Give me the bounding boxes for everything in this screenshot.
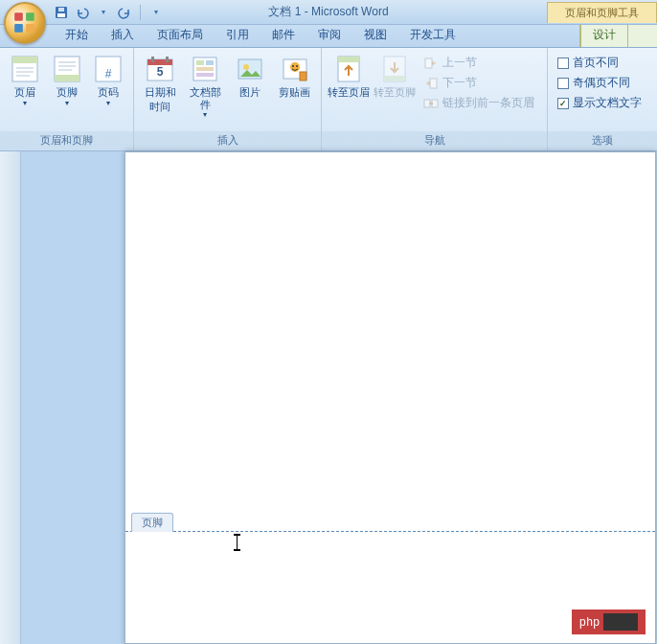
clipart-icon xyxy=(280,54,310,84)
qat-dropdown-icon[interactable]: ▾ xyxy=(96,5,111,20)
svg-rect-40 xyxy=(425,58,432,68)
contextual-tab-area: 页眉和页脚工具 xyxy=(547,0,657,25)
goto-header-icon xyxy=(333,54,364,84)
next-section-button: 下一节 xyxy=(421,74,536,92)
header-button[interactable]: 页眉 ▾ xyxy=(6,52,44,107)
clipart-button[interactable]: 剪贴画 xyxy=(274,52,315,99)
svg-rect-28 xyxy=(196,73,214,77)
svg-rect-5 xyxy=(57,13,65,17)
svg-rect-22 xyxy=(151,57,154,62)
checkbox-icon xyxy=(557,58,569,69)
svg-point-30 xyxy=(243,64,249,70)
watermark-suffix xyxy=(603,613,638,631)
tab-design[interactable]: 设计 xyxy=(580,22,628,47)
redo-icon[interactable] xyxy=(117,5,132,20)
svg-rect-37 xyxy=(338,57,359,62)
header-icon xyxy=(10,54,40,84)
tab-home[interactable]: 开始 xyxy=(54,23,100,47)
group-header-footer: 页眉 ▾ 页脚 ▾ # 页码 ▾ 页眉和页脚 xyxy=(0,48,134,150)
svg-rect-41 xyxy=(430,79,437,88)
page-number-button[interactable]: # 页码 ▾ xyxy=(89,52,127,107)
tab-review[interactable]: 审阅 xyxy=(306,23,352,47)
picture-button[interactable]: 图片 xyxy=(230,52,271,99)
quick-parts-label: 文档部件 xyxy=(185,86,226,110)
goto-footer-icon xyxy=(379,54,410,84)
footer-button[interactable]: 页脚 ▾ xyxy=(48,52,86,107)
svg-rect-27 xyxy=(196,67,214,71)
undo-icon[interactable] xyxy=(75,5,90,20)
ribbon: 页眉 ▾ 页脚 ▾ # 页码 ▾ 页眉和页脚 5 日期和 时间 xyxy=(0,48,657,151)
group-navigation: 转至页眉 转至页脚 上一节 下一节 链接到前一条页眉 xyxy=(322,48,548,150)
different-first-page-checkbox[interactable]: 首页不同 xyxy=(555,54,644,72)
svg-text:5: 5 xyxy=(157,65,164,79)
svg-rect-0 xyxy=(14,12,23,21)
svg-rect-6 xyxy=(58,8,64,12)
show-doc-label: 显示文档文字 xyxy=(573,95,642,111)
dropdown-arrow-icon: ▾ xyxy=(6,99,44,107)
page-number-icon: # xyxy=(93,54,124,84)
svg-point-34 xyxy=(296,65,298,67)
date-time-button[interactable]: 5 日期和 时间 xyxy=(140,52,181,112)
dropdown-arrow-icon: ▾ xyxy=(48,99,86,107)
group-options: 首页不同 奇偶页不同 ✓ 显示文档文字 选项 xyxy=(548,48,657,150)
different-odd-even-checkbox[interactable]: 奇偶页不同 xyxy=(555,74,644,92)
next-section-icon xyxy=(423,76,439,91)
watermark-brand: php xyxy=(579,615,600,629)
quick-parts-button[interactable]: 文档部件 ▾ xyxy=(185,52,226,119)
show-document-text-checkbox[interactable]: ✓ 显示文档文字 xyxy=(555,94,644,112)
prev-section-button: 上一节 xyxy=(421,54,536,72)
tab-references[interactable]: 引用 xyxy=(215,23,261,47)
svg-rect-8 xyxy=(12,57,37,63)
document-page[interactable]: 页脚 xyxy=(125,151,656,644)
tab-view[interactable]: 视图 xyxy=(352,23,398,47)
svg-rect-39 xyxy=(384,76,405,81)
datetime-label-1: 日期和 xyxy=(140,86,181,99)
svg-rect-13 xyxy=(55,75,79,81)
quick-parts-icon xyxy=(190,54,220,84)
dropdown-arrow-icon: ▾ xyxy=(185,110,226,119)
svg-rect-25 xyxy=(196,60,204,65)
contextual-tool-label: 页眉和页脚工具 xyxy=(547,2,657,23)
svg-rect-2 xyxy=(14,24,23,33)
document-area: 页脚 xyxy=(0,151,657,644)
group-insert: 5 日期和 时间 文档部件 ▾ 图片 剪贴画 插入 xyxy=(134,48,322,150)
svg-text:#: # xyxy=(105,67,112,80)
svg-rect-26 xyxy=(206,60,214,65)
goto-header-label: 转至页眉 xyxy=(328,86,370,99)
save-icon[interactable] xyxy=(54,5,69,20)
checkbox-checked-icon: ✓ xyxy=(557,98,569,109)
quick-access-toolbar: ▾ ▾ xyxy=(54,5,164,20)
picture-icon xyxy=(235,54,265,84)
office-button[interactable] xyxy=(4,2,46,44)
title-bar: ▾ ▾ 文档 1 - Microsoft Word 页眉和页脚工具 xyxy=(0,0,657,25)
footer-label: 页脚 xyxy=(48,86,86,99)
footer-boundary: 页脚 xyxy=(125,531,655,532)
goto-footer-label: 转至页脚 xyxy=(374,86,416,99)
group-label-nav: 导航 xyxy=(322,131,547,150)
tab-developer[interactable]: 开发工具 xyxy=(398,23,467,47)
dropdown-arrow-icon: ▾ xyxy=(89,99,127,107)
prev-section-icon xyxy=(423,56,439,71)
svg-rect-1 xyxy=(26,12,34,21)
clipart-label: 剪贴画 xyxy=(274,86,315,99)
calendar-icon: 5 xyxy=(145,54,175,84)
vertical-ruler[interactable] xyxy=(0,151,21,644)
group-label-insert: 插入 xyxy=(134,131,321,150)
tab-layout[interactable]: 页面布局 xyxy=(146,23,215,47)
svg-point-33 xyxy=(292,65,294,67)
diff-oddeven-label: 奇偶页不同 xyxy=(573,75,630,91)
goto-header-button[interactable]: 转至页眉 xyxy=(328,52,370,99)
next-section-label: 下一节 xyxy=(442,75,477,91)
tab-insert[interactable]: 插入 xyxy=(100,23,146,47)
text-cursor xyxy=(237,536,238,549)
checkbox-icon xyxy=(557,78,569,89)
picture-label: 图片 xyxy=(230,86,271,99)
ribbon-tabs: 开始 插入 页面布局 引用 邮件 审阅 视图 开发工具 设计 xyxy=(0,25,657,48)
link-previous-label: 链接到前一条页眉 xyxy=(442,95,534,111)
datetime-label-2: 时间 xyxy=(140,101,181,113)
svg-rect-35 xyxy=(300,72,306,80)
footer-tab: 页脚 xyxy=(131,513,173,532)
tab-mailings[interactable]: 邮件 xyxy=(261,23,306,47)
qat-more-icon[interactable]: ▾ xyxy=(148,5,164,20)
prev-section-label: 上一节 xyxy=(442,55,477,71)
